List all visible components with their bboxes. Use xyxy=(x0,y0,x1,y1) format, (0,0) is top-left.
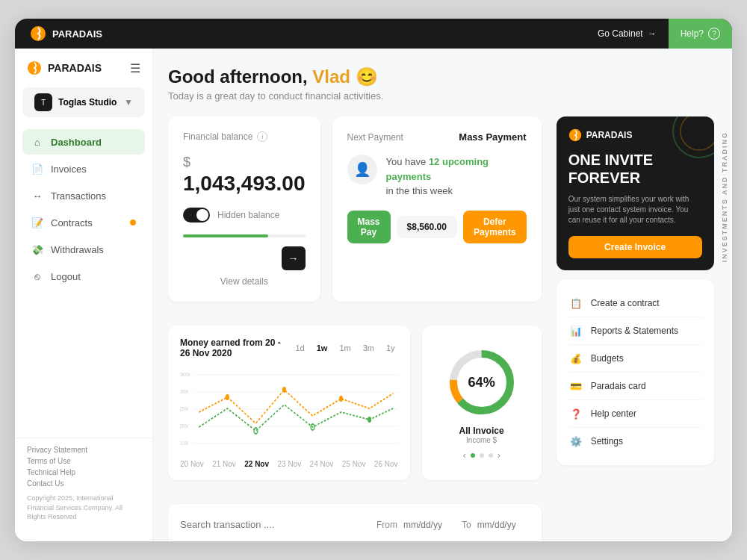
quick-action-card[interactable]: 💳 Paradais card xyxy=(568,373,702,400)
search-input-wrapper xyxy=(180,516,365,533)
quick-action-help[interactable]: ❓ Help center xyxy=(568,400,702,428)
from-date-input[interactable] xyxy=(403,520,456,530)
balance-label: Financial balance i xyxy=(183,131,306,142)
terms-link[interactable]: Terms of Use xyxy=(27,457,140,465)
privacy-link[interactable]: Privacy Statement xyxy=(27,446,140,454)
svg-point-12 xyxy=(226,394,229,400)
balance-progress-bar xyxy=(183,234,306,237)
chart-section: Money earned from 20 - 26 Nov 2020 1d 1w… xyxy=(168,326,542,480)
svg-text:3k00k: 3k00k xyxy=(180,371,190,377)
go-cabinet-button[interactable]: Go Cabinet → xyxy=(586,19,669,49)
donut-label: All Invoice xyxy=(459,426,504,436)
view-details-link[interactable]: View details xyxy=(183,276,306,287)
svg-point-23 xyxy=(681,116,714,150)
workspace-selector[interactable]: T Toglas Studio ▼ xyxy=(22,87,145,117)
sidebar-logo-icon xyxy=(27,60,42,75)
chart-timeframes: 1d 1w 1m 3m 1y xyxy=(293,342,398,354)
workspace-chevron-icon: ▼ xyxy=(124,97,133,108)
payment-text: You have 12 upcoming payments in the thi… xyxy=(386,155,527,199)
donut-card: 64% All Invoice Income $ ‹ › xyxy=(422,326,542,480)
paradais-logo-icon xyxy=(30,25,46,42)
tf-1w[interactable]: 1w xyxy=(314,342,331,354)
donut-center: 64% xyxy=(468,375,495,391)
sidebar-item-logout[interactable]: ⎋ Logout xyxy=(22,264,145,289)
withdrawals-icon: 💸 xyxy=(31,243,43,255)
quick-action-reports[interactable]: 📊 Reports & Statements xyxy=(568,317,702,345)
quick-actions-card: 📋 Create a contract 📊 Reports & Statemen… xyxy=(557,279,714,465)
greeting-subtitle: Today is a great day to conduct financia… xyxy=(168,90,717,102)
search-input[interactable] xyxy=(180,516,365,533)
sidebar-item-invoices[interactable]: 📄 Invoices xyxy=(22,156,145,181)
details-arrow-button[interactable]: → xyxy=(282,246,306,270)
nav-list: ⌂ Dashboard 📄 Invoices ↔ Transactions 📝 … xyxy=(15,129,152,438)
tf-1m[interactable]: 1m xyxy=(336,342,353,354)
technical-help-link[interactable]: Technical Help xyxy=(27,468,140,476)
settings-icon: ⚙️ xyxy=(568,434,583,449)
search-table-section: From To Date ▲ xyxy=(168,504,542,541)
donut-sublabel: Income $ xyxy=(466,436,497,444)
logout-icon: ⎋ xyxy=(31,270,43,282)
donut-dot-1 xyxy=(471,453,475,458)
promo-title: ONE INVITE FOREVER xyxy=(568,151,702,187)
promo-logo-icon xyxy=(568,128,582,142)
payment-card: Next Payment Mass Payment 👤 You have 12 … xyxy=(332,116,542,302)
sidebar-item-withdrawals[interactable]: 💸 Withdrawals xyxy=(22,237,145,262)
create-invoice-button[interactable]: Create Invoice xyxy=(568,236,702,258)
budgets-icon: 💰 xyxy=(568,351,583,366)
contact-link[interactable]: Contact Us xyxy=(27,479,140,488)
svg-point-17 xyxy=(368,417,371,423)
chart-area: 3k00k 300k 250k 200k 100k xyxy=(180,367,398,457)
balance-amount: $ 1,043,493.00 xyxy=(183,148,306,196)
investments-sidebar: INVESTMENTS AND TRADING → xyxy=(714,116,732,541)
reports-icon: 📊 xyxy=(568,323,583,338)
svg-text:100k: 100k xyxy=(180,440,188,446)
date-filters: From To xyxy=(376,520,530,530)
donut-chart: 64% xyxy=(444,345,519,420)
help-button[interactable]: Help? ? xyxy=(669,19,732,49)
sidebar-item-dashboard[interactable]: ⌂ Dashboard xyxy=(22,129,145,155)
donut-prev-button[interactable]: ‹ xyxy=(463,450,466,461)
quick-action-settings[interactable]: ⚙️ Settings xyxy=(568,428,702,455)
svg-point-13 xyxy=(282,387,286,393)
mass-pay-button[interactable]: Mass Pay xyxy=(347,211,391,243)
tf-1y[interactable]: 1y xyxy=(383,342,398,354)
donut-next-button[interactable]: › xyxy=(498,450,500,461)
brand-name: PARADAIS xyxy=(52,28,102,40)
workspace-name: Toglas Studio xyxy=(58,97,118,108)
card-icon: 💳 xyxy=(568,379,583,393)
tf-1d[interactable]: 1d xyxy=(293,342,308,354)
to-date-input[interactable] xyxy=(477,520,530,530)
sidebar-item-transactions[interactable]: ↔ Transactions xyxy=(22,183,145,208)
tf-3m[interactable]: 3m xyxy=(360,342,377,354)
greeting-section: Good afternoon, Vlad 😊 Today is a great … xyxy=(168,66,717,102)
balance-info-icon: i xyxy=(257,131,267,142)
home-icon: ⌂ xyxy=(31,136,43,148)
balance-toggle[interactable] xyxy=(183,208,210,223)
defer-payments-button[interactable]: Defer Payments xyxy=(463,211,527,243)
sidebar-footer: Privacy Statement Terms of Use Technical… xyxy=(15,438,152,529)
svg-text:300k: 300k xyxy=(180,388,188,394)
top-bar: PARADAIS Go Cabinet → Help? ? xyxy=(15,19,732,49)
sidebar-item-contracts[interactable]: 📝 Contracts xyxy=(22,210,145,235)
toggle-row: Hidden balance xyxy=(183,208,306,223)
top-bar-logo: PARADAIS xyxy=(30,25,586,42)
menu-toggle-button[interactable]: ☰ xyxy=(130,61,140,75)
financial-balance-card: Financial balance i $ 1,043,493.00 Hidde… xyxy=(168,116,320,302)
payment-info-row: 👤 You have 12 upcoming payments in the t… xyxy=(347,155,527,199)
chart-x-labels: 20 Nov 21 Nov 22 Nov 23 Nov 24 Nov 25 No… xyxy=(180,460,398,468)
contracts-badge xyxy=(130,220,136,225)
sidebar: PARADAIS ☰ T Toglas Studio ▼ ⌂ Dashboard… xyxy=(15,49,153,541)
svg-point-14 xyxy=(339,396,343,402)
payment-card-header: Next Payment Mass Payment xyxy=(347,131,527,143)
donut-pagination: ‹ › xyxy=(463,450,500,461)
copyright-text: Copyright 2025, International Financial … xyxy=(27,494,140,522)
contract-icon: 📋 xyxy=(568,296,583,311)
mass-payment-label: Mass Payment xyxy=(459,131,526,143)
quick-action-budgets[interactable]: 💰 Budgets xyxy=(568,345,702,373)
quick-action-create-contract[interactable]: 📋 Create a contract xyxy=(568,290,702,317)
promo-card: PARADAIS ONE INVITE FOREVER Our system s… xyxy=(557,116,714,270)
svg-text:200k: 200k xyxy=(180,423,188,429)
transactions-icon: ↔ xyxy=(31,190,43,202)
investments-label: INVESTMENTS AND TRADING xyxy=(721,131,728,262)
svg-point-15 xyxy=(254,428,258,434)
